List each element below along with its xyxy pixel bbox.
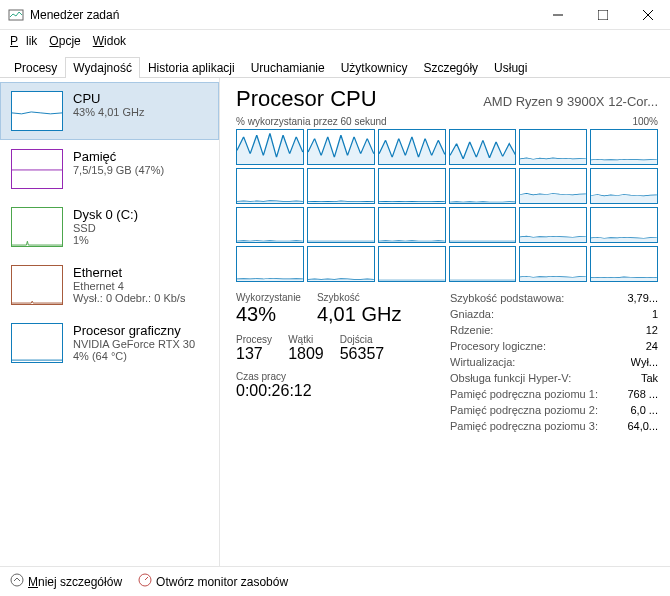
proc-label: Procesy — [236, 334, 272, 345]
core-graph — [378, 129, 446, 165]
property-key: Pamięć podręczna poziomu 3: — [450, 420, 598, 432]
properties-list: Szybkość podstawowa:3,79...Gniazda:1Rdze… — [450, 292, 658, 436]
menu-view[interactable]: Widok — [89, 32, 130, 50]
sidebar-item-ethernet[interactable]: Ethernet Ethernet 4 Wysł.: 0 Odebr.: 0 K… — [0, 256, 219, 314]
sidebar-item-memory[interactable]: Pamięć 7,5/15,9 GB (47%) — [0, 140, 219, 198]
property-key: Obsługa funkcji Hyper-V: — [450, 372, 571, 384]
ethernet-thumb — [11, 265, 63, 305]
core-graph — [236, 246, 304, 282]
uptime-value: 0:00:26:12 — [236, 382, 426, 400]
core-graph — [378, 168, 446, 204]
core-graph — [449, 129, 517, 165]
tab-services[interactable]: Usługi — [486, 57, 535, 78]
core-graph — [378, 246, 446, 282]
sidebar: CPU 43% 4,01 GHz Pamięć 7,5/15,9 GB (47%… — [0, 78, 220, 566]
core-graph — [590, 246, 658, 282]
core-grid[interactable] — [236, 129, 658, 282]
sidebar-item-gpu[interactable]: Procesor graficzny NVIDIA GeForce RTX 30… — [0, 314, 219, 372]
footer: Mniej szczegółów Otwórz monitor zasobów — [0, 566, 670, 596]
thread-value: 1809 — [288, 345, 324, 363]
property-value: 6,0 ... — [630, 404, 658, 416]
core-graph — [307, 129, 375, 165]
cpu-model: AMD Ryzen 9 3900X 12-Cor... — [483, 94, 658, 109]
svg-rect-0 — [9, 10, 23, 20]
handle-value: 56357 — [340, 345, 385, 363]
property-row: Szybkość podstawowa:3,79... — [450, 292, 658, 304]
core-graph — [449, 207, 517, 243]
property-key: Rdzenie: — [450, 324, 493, 336]
property-key: Pamięć podręczna poziomu 1: — [450, 388, 598, 400]
speed-value: 4,01 GHz — [317, 303, 401, 326]
sidebar-item-label: Pamięć — [73, 149, 164, 164]
property-value: 64,0... — [627, 420, 658, 432]
property-key: Procesory logiczne: — [450, 340, 546, 352]
fewer-details-button[interactable]: Mniej szczegółów — [10, 573, 122, 590]
svg-marker-6 — [308, 135, 374, 164]
sidebar-item-sub: SSD — [73, 222, 138, 234]
sidebar-item-label: CPU — [73, 91, 145, 106]
sidebar-item-label: Ethernet — [73, 265, 185, 280]
tab-startup[interactable]: Uruchamianie — [243, 57, 333, 78]
detail-pane: Procesor CPU AMD Ryzen 9 3900X 12-Cor...… — [220, 78, 670, 566]
cpu-thumb — [11, 91, 63, 131]
property-key: Wirtualizacja: — [450, 356, 515, 368]
property-row: Pamięć podręczna poziomu 2:6,0 ... — [450, 404, 658, 416]
property-key: Szybkość podstawowa: — [450, 292, 564, 304]
core-graph — [307, 168, 375, 204]
tab-processes[interactable]: Procesy — [6, 57, 65, 78]
core-graph — [236, 129, 304, 165]
property-row: Gniazda:1 — [450, 308, 658, 320]
property-value: Wył... — [631, 356, 658, 368]
tab-users[interactable]: Użytkownicy — [333, 57, 416, 78]
core-graph — [519, 246, 587, 282]
property-value: 3,79... — [627, 292, 658, 304]
core-graph — [519, 129, 587, 165]
close-button[interactable] — [625, 0, 670, 30]
menu-file[interactable]: Plik — [6, 32, 41, 50]
resmon-label: Otwórz monitor zasobów — [156, 575, 288, 589]
svg-point-29 — [11, 574, 23, 586]
sidebar-item-label: Procesor graficzny — [73, 323, 195, 338]
graph-label-left: % wykorzystania przez 60 sekund — [236, 116, 387, 127]
window-title: Menedżer zadań — [30, 8, 535, 22]
sidebar-item-sub2: 4% (64 °C) — [73, 350, 195, 362]
maximize-button[interactable] — [580, 0, 625, 30]
property-value: 768 ... — [627, 388, 658, 400]
svg-rect-2 — [598, 10, 608, 20]
property-value: Tak — [641, 372, 658, 384]
core-graph — [590, 129, 658, 165]
tab-performance[interactable]: Wydajność — [65, 57, 140, 78]
core-graph — [519, 207, 587, 243]
property-row: Procesory logiczne:24 — [450, 340, 658, 352]
uptime-label: Czas pracy — [236, 371, 426, 382]
property-key: Gniazda: — [450, 308, 494, 320]
chevron-up-icon — [10, 573, 24, 590]
sidebar-item-sub: Ethernet 4 — [73, 280, 185, 292]
sidebar-item-sub2: Wysł.: 0 Odebr.: 0 Kb/s — [73, 292, 185, 304]
property-row: Wirtualizacja:Wył... — [450, 356, 658, 368]
app-icon — [8, 7, 24, 23]
property-row: Pamięć podręczna poziomu 3:64,0... — [450, 420, 658, 432]
sidebar-item-disk[interactable]: Dysk 0 (C:) SSD 1% — [0, 198, 219, 256]
main-area: CPU 43% 4,01 GHz Pamięć 7,5/15,9 GB (47%… — [0, 78, 670, 566]
core-graph — [378, 207, 446, 243]
core-graph — [449, 168, 517, 204]
open-resmon-button[interactable]: Otwórz monitor zasobów — [138, 573, 288, 590]
core-graph — [236, 207, 304, 243]
util-value: 43% — [236, 303, 301, 326]
core-graph — [590, 168, 658, 204]
property-value: 12 — [646, 324, 658, 336]
menu-options[interactable]: Opcje — [45, 32, 84, 50]
tab-apphistory[interactable]: Historia aplikacji — [140, 57, 243, 78]
minimize-button[interactable] — [535, 0, 580, 30]
speed-label: Szybkość — [317, 292, 401, 303]
sidebar-item-cpu[interactable]: CPU 43% 4,01 GHz — [0, 82, 219, 140]
page-title: Procesor CPU — [236, 86, 377, 112]
core-graph — [307, 207, 375, 243]
thread-label: Wątki — [288, 334, 324, 345]
core-graph — [307, 246, 375, 282]
core-graph — [590, 207, 658, 243]
core-graph — [519, 168, 587, 204]
sidebar-item-sub: 43% 4,01 GHz — [73, 106, 145, 118]
tab-details[interactable]: Szczegóły — [415, 57, 486, 78]
